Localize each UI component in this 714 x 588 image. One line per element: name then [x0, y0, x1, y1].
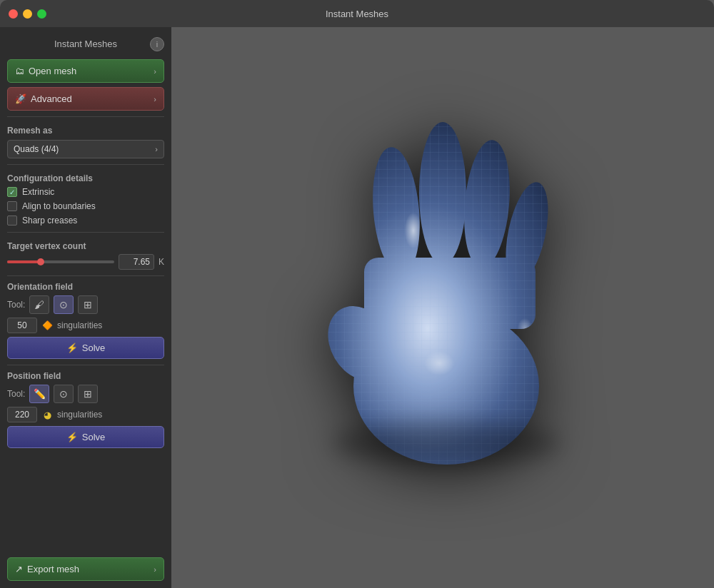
position-section: Position field Tool: ✏️ ⊙ ⊞ ◕ singularit… [7, 371, 164, 448]
align-row[interactable]: Align to boundaries [7, 201, 164, 212]
orient-tool-row: Tool: 🖌 ⊙ ⊞ [7, 295, 164, 314]
slider-fill [7, 260, 39, 263]
divider-4 [7, 275, 164, 276]
pos-sing-row: ◕ singularities [7, 407, 164, 422]
spacer [7, 452, 164, 553]
advanced-label: Advanced [31, 93, 72, 104]
orient-sing-label: singularities [57, 320, 102, 330]
sharp-label: Sharp creases [22, 216, 77, 225]
divider-1 [7, 116, 164, 117]
brush-icon: 🖌 [34, 299, 44, 310]
minimize-button[interactable] [23, 9, 32, 19]
divider-5 [7, 365, 164, 365]
sidebar-title: Instant Meshes [54, 39, 117, 49]
cursor-icon: ⊙ [59, 299, 68, 310]
main-content: Instant Meshes i 🗂 Open mesh › 🚀 Advance… [0, 27, 714, 588]
vertex-label: Target vertex count [7, 241, 164, 251]
sidebar-header: Instant Meshes i [7, 34, 164, 55]
svg-point-13 [332, 422, 560, 465]
maximize-button[interactable] [37, 9, 46, 19]
orient-sing-row: 🔶 singularities [7, 318, 164, 333]
title-bar: Instant Meshes [0, 0, 714, 27]
rocket-icon: 🚀 [15, 93, 26, 104]
align-checkbox[interactable] [7, 201, 17, 211]
orient-label: Orientation field [7, 282, 164, 292]
pen-icon: ✏️ [34, 388, 46, 400]
info-button[interactable]: i [150, 37, 164, 51]
config-label: Configuration details [7, 173, 164, 183]
sidebar: Instant Meshes i 🗂 Open mesh › 🚀 Advance… [0, 27, 171, 588]
pos-solve-label: Solve [82, 432, 106, 442]
vertex-unit: K [159, 257, 164, 267]
slider-row: K [7, 254, 164, 270]
close-button[interactable] [9, 9, 18, 19]
pos-sing-icon: ◕ [41, 409, 53, 420]
pos-cursor-icon: ⊙ [59, 388, 68, 400]
orient-sing-icon: 🔶 [41, 320, 53, 331]
export-chevron: › [154, 565, 156, 574]
config-section: Configuration details ✓ Extrinsic Align … [7, 171, 164, 226]
export-label: Export mesh [27, 564, 79, 574]
dropdown-chevron: › [155, 145, 158, 153]
traffic-lights[interactable] [9, 9, 46, 19]
vertex-value-input[interactable] [119, 254, 154, 270]
pos-solve-button[interactable]: ⚡ Solve [7, 426, 164, 448]
remesh-value: Quads (4/4) [14, 144, 59, 154]
advanced-button[interactable]: 🚀 Advanced › [7, 87, 164, 111]
export-mesh-button[interactable]: ↗ Export mesh › [7, 557, 164, 581]
advanced-chevron: › [154, 95, 156, 103]
pos-tool-pen[interactable]: ✏️ [29, 385, 49, 403]
open-mesh-chevron: › [154, 67, 156, 76]
divider-3 [7, 232, 164, 233]
orient-solve-label: Solve [82, 343, 106, 353]
orient-solve-button[interactable]: ⚡ Solve [7, 337, 164, 359]
pos-tool-label: Tool: [7, 389, 25, 399]
orient-tool-brush[interactable]: 🖌 [29, 295, 49, 314]
slider-thumb[interactable] [37, 258, 44, 265]
folder-icon: 🗂 [15, 66, 24, 76]
slider-track[interactable] [7, 260, 114, 263]
pos-grid-icon: ⊞ [84, 388, 92, 400]
extrinsic-label: Extrinsic [22, 187, 54, 197]
remesh-label: Remesh as [7, 126, 164, 136]
pos-sing-input[interactable] [7, 407, 37, 422]
grid-icon: ⊞ [84, 299, 92, 310]
pos-sing-label: singularities [57, 410, 102, 420]
orient-tool-label: Tool: [7, 300, 25, 310]
remesh-dropdown[interactable]: Quads (4/4) › [7, 140, 164, 158]
sharp-checkbox[interactable] [7, 216, 17, 225]
pos-label: Position field [7, 371, 164, 381]
orientation-section: Orientation field Tool: 🖌 ⊙ ⊞ 🔶 singular… [7, 282, 164, 359]
export-icon: ↗ [15, 564, 23, 574]
orient-sing-input[interactable] [7, 318, 37, 333]
sharp-row[interactable]: Sharp creases [7, 215, 164, 226]
open-mesh-label: Open mesh [29, 66, 76, 76]
align-label: Align to boundaries [22, 201, 96, 211]
orient-tool-grid[interactable]: ⊞ [78, 295, 98, 314]
extrinsic-checkbox[interactable]: ✓ [7, 187, 17, 197]
open-mesh-button[interactable]: 🗂 Open mesh › [7, 59, 164, 83]
viewport [171, 27, 714, 588]
orient-tool-select[interactable]: ⊙ [54, 295, 74, 314]
hand-mesh [293, 101, 593, 514]
pos-tool-select[interactable]: ⊙ [54, 385, 74, 403]
divider-2 [7, 164, 164, 165]
vertex-section: Target vertex count K [7, 238, 164, 270]
window-title: Instant Meshes [326, 9, 388, 19]
solve-icon: ⚡ [66, 343, 78, 353]
pos-tool-grid[interactable]: ⊞ [78, 385, 98, 403]
extrinsic-row[interactable]: ✓ Extrinsic [7, 186, 164, 198]
pos-solve-icon: ⚡ [66, 432, 78, 442]
pos-tool-row: Tool: ✏️ ⊙ ⊞ [7, 385, 164, 403]
